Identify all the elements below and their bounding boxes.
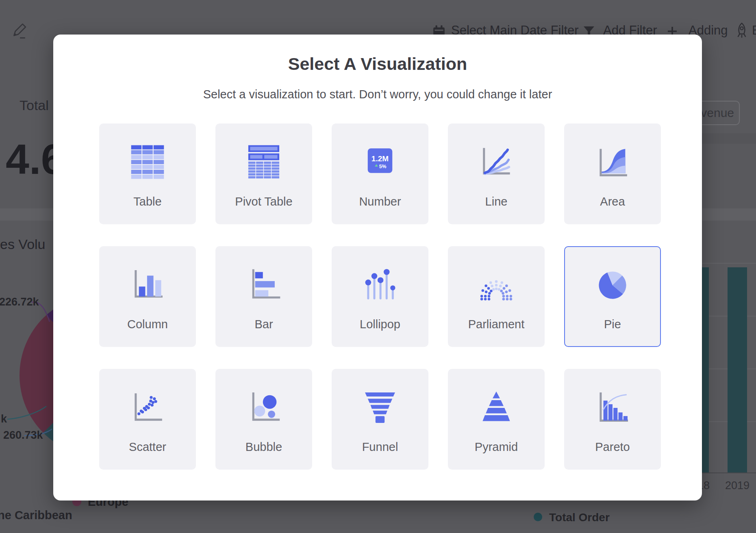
pyramid-chart-icon: [474, 385, 519, 431]
viz-tile-pyramid[interactable]: Pyramid: [448, 369, 545, 470]
pie-value-label-left-partial: k: [1, 413, 7, 425]
bar-chart-icon: [241, 262, 287, 308]
pie-chart-icon: [590, 262, 635, 308]
viz-tile-table[interactable]: Table: [99, 124, 196, 224]
viz-tile-bar[interactable]: Bar: [215, 246, 312, 347]
pie-value-label-bottom: 260.73k: [3, 429, 43, 442]
table-chart-icon: [125, 140, 170, 185]
viz-tile-pareto[interactable]: Pareto: [564, 369, 661, 470]
viz-tile-label: Table: [133, 195, 161, 208]
legend-label-total-order[interactable]: Total Order: [549, 511, 610, 524]
number-icon-delta: 5%: [379, 164, 387, 169]
line-chart-icon: [474, 140, 519, 185]
viz-tile-pivot-table[interactable]: Pivot Table: [215, 124, 312, 224]
funnel-chart-icon: [357, 385, 403, 431]
viz-tile-label: Parliament: [468, 318, 525, 331]
toolbar-partial-label[interactable]: B: [752, 23, 756, 38]
visualization-modal: Select A Visualization Select a visualiz…: [53, 35, 702, 500]
edit-pencil-icon[interactable]: [10, 23, 27, 40]
viz-tile-area[interactable]: Area: [564, 124, 661, 224]
viz-tile-label: Funnel: [362, 440, 398, 454]
viz-tile-label: Pyramid: [475, 440, 518, 454]
viz-tile-label: Number: [359, 195, 401, 208]
bar-2019: [728, 267, 747, 472]
rocket-icon: [734, 22, 749, 39]
legend-dot-total-order: [534, 513, 542, 521]
modal-title: Select A Visualization: [53, 54, 702, 74]
viz-tile-funnel[interactable]: Funnel: [332, 369, 428, 470]
viz-tile-label: Line: [485, 195, 508, 208]
parliament-chart-icon: [474, 262, 519, 308]
viz-tile-column[interactable]: Column: [99, 246, 196, 347]
viz-tile-line[interactable]: Line: [448, 124, 545, 224]
viz-tile-scatter[interactable]: Scatter: [99, 369, 196, 470]
viz-tile-label: Bar: [254, 318, 273, 331]
area-chart-icon: [590, 140, 635, 185]
modal-subtitle: Select a visualization to start. Don’t w…: [53, 88, 702, 101]
pivot-table-icon: [241, 140, 287, 185]
number-icon-value: 1.2M: [371, 154, 389, 163]
legend-label-caribbean-partial[interactable]: ne Caribbean: [0, 509, 72, 522]
column-chart-icon: [125, 262, 170, 308]
viz-tile-label: Pivot Table: [235, 195, 292, 208]
pie-value-label-top: 226.72k: [0, 296, 39, 308]
sales-volume-section-title: es Volu: [0, 236, 46, 252]
viz-tile-label: Scatter: [129, 440, 166, 454]
viz-tile-lollipop[interactable]: Lollipop: [332, 246, 428, 347]
viz-tile-label: Pareto: [595, 440, 630, 454]
visualization-grid: Table: [99, 124, 661, 470]
viz-tile-label: Pie: [604, 318, 621, 331]
viz-tile-bubble[interactable]: Bubble: [215, 369, 312, 470]
viz-tile-parliament[interactable]: Parliament: [448, 246, 545, 347]
pareto-chart-icon: [590, 385, 635, 431]
kpi-card-title: Total: [20, 98, 49, 113]
viz-tile-pie[interactable]: Pie: [564, 246, 661, 347]
viz-tile-label: Column: [127, 318, 168, 331]
x-axis-label-2019: 2019: [725, 479, 749, 492]
screenshot-root: Select Main Date Filter Add Filter Addin…: [0, 0, 756, 533]
viz-tile-label: Lollipop: [360, 318, 400, 331]
viz-tile-number[interactable]: 1.2M 5% Number: [332, 124, 428, 224]
scatter-chart-icon: [125, 385, 170, 431]
bubble-chart-icon: [241, 385, 287, 431]
number-kpi-icon: 1.2M 5%: [357, 140, 403, 185]
lollipop-chart-icon: [357, 262, 403, 308]
viz-tile-label: Area: [600, 195, 625, 208]
viz-tile-label: Bubble: [245, 440, 282, 454]
